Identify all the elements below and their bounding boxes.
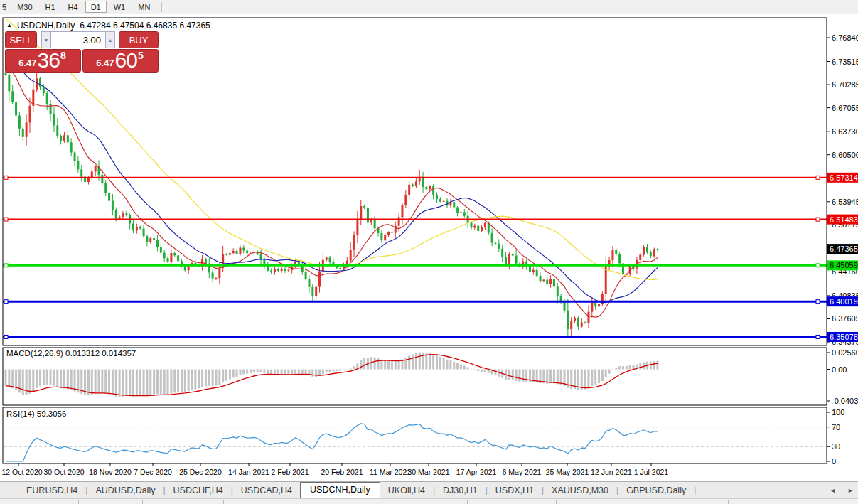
toolbar-separator xyxy=(161,2,162,12)
date-axis: 12 Oct 202030 Oct 202018 Nov 20207 Dec 2… xyxy=(1,463,668,476)
svg-text:0.025609: 0.025609 xyxy=(832,348,858,357)
svg-text:12 Oct 2020: 12 Oct 2020 xyxy=(1,468,42,476)
svg-text:18 Nov 2020: 18 Nov 2020 xyxy=(89,468,132,476)
volume-input[interactable] xyxy=(51,31,105,48)
buy-price-big: 60 xyxy=(115,50,137,70)
svg-text:6.67055: 6.67055 xyxy=(832,104,858,112)
svg-text:7 Dec 2020: 7 Dec 2020 xyxy=(134,468,172,476)
svg-text:6.70285: 6.70285 xyxy=(832,80,858,89)
timeframe-h4-button[interactable]: H4 xyxy=(63,1,84,13)
svg-text:30 Oct 2020: 30 Oct 2020 xyxy=(43,468,84,476)
svg-text:0.00: 0.00 xyxy=(832,365,847,374)
sell-price-sup: 8 xyxy=(60,50,66,60)
svg-text:11 Mar 2021: 11 Mar 2021 xyxy=(370,468,411,476)
buy-price-sup: 5 xyxy=(138,50,144,60)
svg-text:-0.040386: -0.040386 xyxy=(832,397,858,405)
svg-text:14 Jan 2021: 14 Jan 2021 xyxy=(228,468,269,476)
chart-title-bar: ▲ USDCNH,Daily 6.47284 6.47504 6.46835 6… xyxy=(6,21,210,31)
rsi-indicator-label: RSI(14) 59.3056 xyxy=(6,409,66,418)
svg-text:6.53945: 6.53945 xyxy=(832,198,858,206)
svg-text:25 Dec 2020: 25 Dec 2020 xyxy=(179,468,222,476)
svg-text:6.47365: 6.47365 xyxy=(830,245,858,253)
svg-text:6.60500: 6.60500 xyxy=(832,151,858,159)
svg-text:6 May 2021: 6 May 2021 xyxy=(503,468,542,476)
sell-price-button[interactable]: 6.47 36 8 xyxy=(5,49,81,73)
sell-button[interactable]: SELL xyxy=(5,31,37,48)
timeframe-h1-button[interactable]: H1 xyxy=(40,1,61,13)
price-chart-canvas[interactable]: 6.768406.735156.702856.670556.637306.605… xyxy=(0,0,858,504)
symbol-label: USDCNH,Daily xyxy=(17,21,75,31)
mt4-window: 6.768406.735156.702856.670556.637306.605… xyxy=(0,0,858,504)
volume-stepper: ▼ ▲ xyxy=(41,31,115,48)
svg-text:1 Jul 2021: 1 Jul 2021 xyxy=(634,468,669,476)
timeframe-mn-button[interactable]: MN xyxy=(132,1,156,13)
timeframe-w1-button[interactable]: W1 xyxy=(108,1,132,13)
ohlc-values: 6.47284 6.47504 6.46835 6.47365 xyxy=(80,21,210,31)
timeframe-toolbar: 5 M30 H1 H4 D1 W1 MN xyxy=(0,0,858,14)
one-click-trading-panel: SELL ▼ ▲ BUY 6.47 36 8 6.47 60 5 xyxy=(5,31,159,73)
collapse-triangle-icon[interactable]: ▲ xyxy=(6,23,12,28)
rsi-name: RSI(14) xyxy=(6,409,35,418)
svg-text:25 May 2021: 25 May 2021 xyxy=(546,468,589,476)
svg-text:20 Feb 2021: 20 Feb 2021 xyxy=(321,468,363,476)
sell-price-prefix: 6.47 xyxy=(18,58,36,68)
svg-text:6.37605: 6.37605 xyxy=(832,314,858,323)
svg-text:6.63730: 6.63730 xyxy=(832,127,858,136)
timeframe-m30-button[interactable]: M30 xyxy=(11,1,38,13)
timeframe-m5-button[interactable]: 5 xyxy=(1,1,10,13)
macd-name: MACD(12,26,9) xyxy=(6,349,63,358)
svg-text:0: 0 xyxy=(832,457,836,466)
svg-text:6.51483: 6.51483 xyxy=(830,215,858,224)
volume-decrease-button[interactable]: ▼ xyxy=(41,31,51,48)
macd-values: 0.013312 0.014357 xyxy=(65,349,136,358)
svg-text:6.57314: 6.57314 xyxy=(830,173,858,182)
svg-text:6.40019: 6.40019 xyxy=(830,297,858,306)
svg-text:17 Apr 2021: 17 Apr 2021 xyxy=(456,468,497,476)
rsi-value: 59.3056 xyxy=(37,409,67,418)
svg-text:2 Feb 2021: 2 Feb 2021 xyxy=(271,468,309,476)
timeframe-d1-button[interactable]: D1 xyxy=(85,1,107,13)
svg-text:30: 30 xyxy=(832,442,840,451)
macd-indicator-label: MACD(12,26,9) 0.013312 0.014357 xyxy=(6,349,136,358)
svg-text:6.35078: 6.35078 xyxy=(830,333,858,341)
svg-text:6.73515: 6.73515 xyxy=(832,58,858,66)
volume-increase-button[interactable]: ▲ xyxy=(105,31,115,48)
svg-text:100: 100 xyxy=(832,408,844,417)
buy-price-prefix: 6.47 xyxy=(96,58,114,68)
buy-button[interactable]: BUY xyxy=(119,31,159,48)
sell-price-big: 36 xyxy=(38,50,60,70)
price-axis: 6.768406.735156.702856.670556.637306.605… xyxy=(827,33,858,466)
svg-text:6.45059: 6.45059 xyxy=(830,261,858,269)
buy-price-button[interactable]: 6.47 60 5 xyxy=(82,49,159,73)
svg-text:30 Mar 2021: 30 Mar 2021 xyxy=(408,468,450,476)
svg-text:12 Jun 2021: 12 Jun 2021 xyxy=(591,468,632,476)
svg-text:70: 70 xyxy=(832,423,840,431)
svg-text:6.76840: 6.76840 xyxy=(832,33,858,42)
